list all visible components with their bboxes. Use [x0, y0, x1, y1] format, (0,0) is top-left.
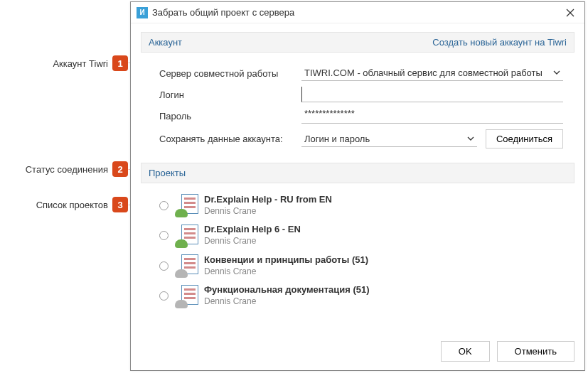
project-icon	[176, 254, 198, 277]
create-account-link[interactable]: Создать новый аккаунт на Tiwri	[432, 37, 567, 48]
dialog-footer: OK Отменить	[441, 341, 574, 362]
server-label: Сервер совместной работы	[159, 68, 301, 79]
project-text: Функциональная документация (51)Dennis C…	[204, 284, 370, 307]
projects-section-header: Проекты	[141, 163, 574, 183]
project-title: Dr.Explain Help - RU from EN	[204, 194, 332, 206]
radio-button[interactable]	[159, 231, 169, 240]
connect-button[interactable]: Соединиться	[486, 129, 563, 148]
save-select[interactable]: Логин и пароль	[301, 131, 477, 147]
project-item[interactable]: Конвенции и принципы работы (51)Dennis C…	[159, 251, 563, 281]
callout-1-badge: 1	[112, 55, 128, 71]
callout-1-label: Аккаунт Tiwri	[53, 58, 108, 69]
chevron-down-icon	[467, 134, 474, 144]
save-label: Сохранять данные аккаунта:	[159, 134, 301, 144]
save-value: Логин и пароль	[304, 134, 370, 144]
window-title: Забрать общий проект с сервера	[152, 7, 562, 18]
dialog-window: И Забрать общий проект с сервера Аккаунт…	[130, 1, 585, 371]
radio-button[interactable]	[159, 201, 169, 210]
login-label: Логин	[159, 90, 301, 100]
project-item[interactable]: Dr.Explain Help 6 - ENDennis Crane	[159, 220, 563, 250]
project-list: Dr.Explain Help - RU from ENDennis Crane…	[131, 183, 584, 311]
cancel-button[interactable]: Отменить	[497, 341, 574, 362]
project-title: Функциональная документация (51)	[204, 284, 370, 296]
server-select[interactable]: TIWRI.COM - облачный сервис для совместн…	[301, 65, 563, 81]
server-value: TIWRI.COM - облачный сервис для совместн…	[304, 67, 542, 78]
project-text: Dr.Explain Help - RU from ENDennis Crane	[204, 194, 332, 217]
project-icon	[176, 194, 198, 217]
password-label: Пароль	[159, 111, 301, 121]
project-text: Dr.Explain Help 6 - ENDennis Crane	[204, 224, 301, 247]
account-header-title: Аккаунт	[149, 37, 432, 48]
project-icon	[176, 285, 198, 308]
app-icon: И	[137, 7, 148, 18]
project-author: Dennis Crane	[204, 296, 370, 308]
callout-2-badge: 2	[112, 161, 128, 177]
password-input[interactable]: **************	[301, 108, 563, 124]
project-author: Dennis Crane	[204, 266, 368, 278]
project-author: Dennis Crane	[204, 206, 332, 217]
project-text: Конвенции и принципы работы (51)Dennis C…	[204, 254, 368, 277]
account-form: Сервер совместной работы TIWRI.COM - обл…	[131, 53, 584, 148]
callout-3-badge: 3	[112, 197, 128, 212]
login-input[interactable]	[301, 87, 563, 102]
ok-button[interactable]: OK	[441, 341, 490, 362]
project-item[interactable]: Функциональная документация (51)Dennis C…	[159, 281, 563, 310]
chevron-down-icon	[553, 67, 560, 78]
callout-2-label: Статус соединения	[26, 164, 108, 175]
radio-button[interactable]	[159, 291, 169, 301]
titlebar: И Забрать общий проект с сервера	[131, 2, 584, 23]
project-icon	[176, 225, 198, 247]
radio-button[interactable]	[159, 261, 169, 271]
close-icon[interactable]	[562, 4, 579, 21]
project-title: Dr.Explain Help 6 - EN	[204, 224, 301, 236]
account-section-header: Аккаунт Создать новый аккаунт на Tiwri	[141, 32, 574, 53]
project-title: Конвенции и принципы работы (51)	[204, 254, 368, 266]
project-author: Dennis Crane	[204, 236, 301, 247]
project-item[interactable]: Dr.Explain Help - RU from ENDennis Crane	[159, 190, 563, 220]
callout-3-label: Список проектов	[36, 200, 108, 210]
